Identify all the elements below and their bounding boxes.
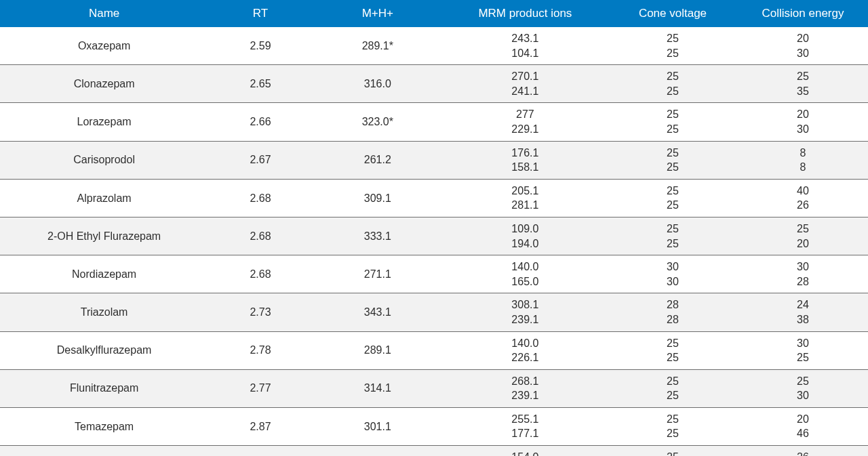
cell-cone: 25 25 [608,369,738,407]
cell-mh: 289.1 [313,331,443,369]
mrm-parameters-table: Name RT M+H+ MRM product ions Cone volta… [0,0,868,456]
cell-name: Nordiazepam [0,255,208,293]
table-row: Alprazolam2.68309.1205.1 281.125 2540 26 [0,179,868,217]
cell-cone: 25 25 [608,103,738,141]
cell-cone: 25 25 [608,446,738,456]
header-cone: Cone voltage [608,0,738,27]
cell-mrm: 140.0 226.1 [443,331,608,369]
cell-rt: 2.65 [208,65,313,103]
cell-mh: 316.0 [313,65,443,103]
cell-rt: 2.77 [208,369,313,407]
cell-ce: 25 30 [738,369,868,407]
header-row: Name RT M+H+ MRM product ions Cone volta… [0,0,868,27]
table-row: Nordiazepam2.68271.1140.0 165.030 3030 2… [0,255,868,293]
cell-mrm: 243.1 104.1 [443,27,608,65]
header-ce: Collision energy [738,0,868,27]
cell-mh: 301.1 [313,407,443,445]
cell-ce: 8 8 [738,141,868,179]
cell-mrm: 154.0 193.1 [443,446,608,456]
cell-cone: 25 25 [608,179,738,217]
cell-mh: 314.1 [313,369,443,407]
cell-mrm: 277 229.1 [443,103,608,141]
cell-name: Alprazolam [0,179,208,217]
header-mh: M+H+ [313,0,443,27]
cell-ce: 30 25 [738,331,868,369]
cell-mrm: 255.1 177.1 [443,407,608,445]
cell-mh: 271.1 [313,255,443,293]
cell-cone: 28 28 [608,293,738,331]
cell-mrm: 308.1 239.1 [443,293,608,331]
cell-cone: 25 25 [608,217,738,255]
cell-name: Temazepam [0,407,208,445]
cell-mrm: 140.0 165.0 [443,255,608,293]
table-row: Flunitrazepam2.77314.1268.1 239.125 2525… [0,369,868,407]
cell-name: Clonazepam [0,65,208,103]
cell-ce: 25 20 [738,217,868,255]
table-row: Oxazepam2.59289.1*243.1 104.125 2520 30 [0,27,868,65]
cell-mh: 309.1 [313,179,443,217]
cell-ce: 26 30 [738,446,868,456]
cell-rt: 2.68 [208,255,313,293]
cell-rt: 2.67 [208,141,313,179]
cell-ce: 40 26 [738,179,868,217]
header-mrm: MRM product ions [443,0,608,27]
cell-cone: 25 25 [608,65,738,103]
cell-name: Carisoprodol [0,141,208,179]
cell-mrm: 109.0 194.0 [443,217,608,255]
table-row: Diazepam3.05285.1154.0 193.125 2526 30 [0,446,868,456]
cell-ce: 20 46 [738,407,868,445]
cell-rt: 2.78 [208,331,313,369]
cell-mh: 261.2 [313,141,443,179]
cell-name: Diazepam [0,446,208,456]
table-row: Triazolam2.73343.1308.1 239.128 2824 38 [0,293,868,331]
cell-mh: 333.1 [313,217,443,255]
cell-ce: 20 30 [738,27,868,65]
cell-mh: 289.1* [313,27,443,65]
cell-ce: 30 28 [738,255,868,293]
cell-cone: 25 25 [608,407,738,445]
table-row: Lorazepam2.66323.0*277 229.125 2520 30 [0,103,868,141]
cell-rt: 2.68 [208,179,313,217]
cell-cone: 25 25 [608,27,738,65]
cell-mrm: 176.1 158.1 [443,141,608,179]
cell-cone: 25 25 [608,331,738,369]
cell-mh: 285.1 [313,446,443,456]
cell-rt: 2.73 [208,293,313,331]
cell-rt: 2.68 [208,217,313,255]
cell-name: Oxazepam [0,27,208,65]
cell-cone: 25 25 [608,141,738,179]
cell-cone: 30 30 [608,255,738,293]
cell-name: Flunitrazepam [0,369,208,407]
cell-rt: 2.59 [208,27,313,65]
cell-ce: 24 38 [738,293,868,331]
cell-rt: 2.87 [208,407,313,445]
table-row: Clonazepam2.65316.0270.1 241.125 2525 35 [0,65,868,103]
cell-mrm: 205.1 281.1 [443,179,608,217]
table-row: Carisoprodol2.67261.2176.1 158.125 258 8 [0,141,868,179]
cell-rt: 3.05 [208,446,313,456]
table-row: 2-OH Ethyl Flurazepam2.68333.1109.0 194.… [0,217,868,255]
cell-mh: 323.0* [313,103,443,141]
cell-ce: 20 30 [738,103,868,141]
cell-rt: 2.66 [208,103,313,141]
cell-mh: 343.1 [313,293,443,331]
table-row: Temazepam2.87301.1255.1 177.125 2520 46 [0,407,868,445]
cell-name: Triazolam [0,293,208,331]
cell-mrm: 270.1 241.1 [443,65,608,103]
header-name: Name [0,0,208,27]
cell-name: Desalkylflurazepam [0,331,208,369]
cell-mrm: 268.1 239.1 [443,369,608,407]
table-row: Desalkylflurazepam2.78289.1140.0 226.125… [0,331,868,369]
header-rt: RT [208,0,313,27]
cell-name: Lorazepam [0,103,208,141]
cell-ce: 25 35 [738,65,868,103]
cell-name: 2-OH Ethyl Flurazepam [0,217,208,255]
